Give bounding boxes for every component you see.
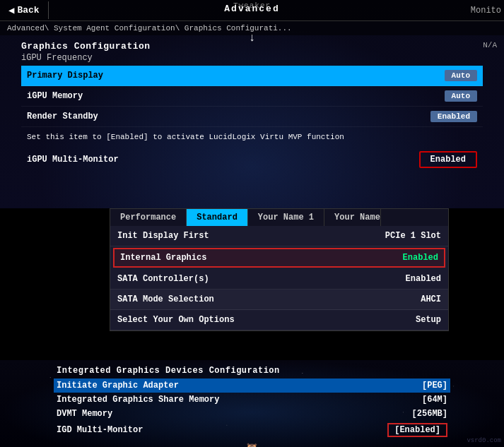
owl-icon: 🦉 bbox=[244, 443, 260, 447]
tab-your-name-1[interactable]: Your Name 1 bbox=[248, 209, 324, 226]
section-title-block: Graphics Configuration iGPU Frequency N/… bbox=[0, 35, 504, 66]
row-label-sata-mode: SATA Mode Selection bbox=[117, 294, 214, 304]
bottom-row-igd-multi[interactable]: IGD Multi-Monitor [Enabled] bbox=[57, 421, 447, 439]
table-row-sata-mode[interactable]: SATA Mode Selection AHCI bbox=[110, 290, 448, 310]
bottom-footer: 🦉 FROM THE EXPERTS! bbox=[0, 439, 504, 447]
top-bios-section: ◀ Back Tweaker Advanced Monito Advanced\… bbox=[0, 0, 504, 208]
monitor-label: Monito bbox=[471, 6, 504, 16]
row-value-init-display: PCIe 1 Slot bbox=[385, 231, 441, 241]
breadcrumb-text: Advanced\ System Agent Configuration\ Gr… bbox=[7, 24, 292, 32]
section-title: Graphics Configuration bbox=[21, 41, 483, 52]
menu-label-igpu-memory: iGPU Memory bbox=[27, 91, 83, 101]
section-subtitle: iGPU Frequency bbox=[21, 53, 483, 63]
bottom-label-share-memory: Integrated Graphics Share Memory bbox=[57, 395, 219, 405]
bottom-value-dvmt: [256MB] bbox=[412, 409, 447, 419]
bottom-value-share-memory: [64M] bbox=[422, 395, 447, 405]
bottom-row-initiate[interactable]: Initiate Graphic Adapter [PEG] bbox=[54, 379, 450, 393]
menu-value-igpu-memory: Auto bbox=[445, 90, 477, 102]
bottom-value-igd-multi: [Enabled] bbox=[387, 423, 447, 437]
menu-item-primary-display[interactable]: Primary Display Auto bbox=[21, 66, 483, 86]
menu-label-primary-display: Primary Display bbox=[27, 71, 103, 81]
watermark: vsrd0.com bbox=[467, 437, 501, 444]
row-label-select-options: Select Your Own Options bbox=[117, 315, 235, 325]
row-value-internal-graphics: Enabled bbox=[403, 253, 438, 263]
table-row-sata-controllers[interactable]: SATA Controller(s) Enabled bbox=[110, 269, 448, 290]
bottom-label-dvmt: DVMT Memory bbox=[57, 409, 112, 419]
breadcrumb: Advanced\ System Agent Configuration\ Gr… bbox=[0, 21, 504, 35]
description-text: Set this item to [Enabled] to activate L… bbox=[0, 127, 504, 147]
menu-container: Primary Display Auto iGPU Memory Auto Re… bbox=[0, 66, 504, 127]
bottom-rows: Initiate Graphic Adapter [PEG] Integrate… bbox=[0, 379, 504, 439]
table-row-select-options[interactable]: Select Your Own Options Setup bbox=[110, 310, 448, 330]
menu-value-primary-display: Auto bbox=[445, 70, 477, 81]
bottom-row-share-memory[interactable]: Integrated Graphics Share Memory [64M] bbox=[57, 393, 447, 407]
back-label: Back bbox=[17, 5, 39, 16]
tab-standard[interactable]: Standard bbox=[187, 209, 248, 226]
igpu-multi-value: Enabled bbox=[419, 151, 477, 168]
advanced-label: Advanced bbox=[224, 4, 279, 14]
row-value-select-options: Setup bbox=[416, 315, 441, 325]
row-label-init-display: Init Display First bbox=[117, 231, 209, 241]
table-row-init-display[interactable]: Init Display First PCIe 1 Slot bbox=[110, 226, 448, 246]
mid-panel: Performance Standard Your Name 1 Your Na… bbox=[110, 208, 449, 331]
tabs-row: Performance Standard Your Name 1 Your Na… bbox=[110, 209, 448, 226]
menu-value-render-standby: Enabled bbox=[430, 111, 477, 122]
row-value-sata-controllers: Enabled bbox=[406, 274, 441, 284]
header-bar: ◀ Back Tweaker Advanced Monito bbox=[0, 0, 504, 21]
row-value-sata-mode: AHCI bbox=[421, 294, 441, 304]
bottom-label-igd-multi: IGD Multi-Monitor bbox=[57, 425, 143, 435]
igpu-multi-row: iGPU Multi-Monitor Enabled bbox=[0, 147, 504, 172]
bottom-title: Integrated Graphics Devices Configuratio… bbox=[0, 360, 504, 379]
bottom-row-dvmt[interactable]: DVMT Memory [256MB] bbox=[57, 407, 447, 421]
menu-item-igpu-memory[interactable]: iGPU Memory Auto bbox=[21, 86, 483, 107]
na-label: N/A bbox=[483, 41, 497, 49]
igpu-multi-label: iGPU Multi-Monitor bbox=[27, 155, 119, 165]
bottom-label-initiate: Initiate Graphic Adapter bbox=[57, 381, 179, 391]
row-label-internal-graphics: Internal Graphics bbox=[120, 253, 206, 263]
menu-item-render-standby[interactable]: Render Standby Enabled bbox=[21, 107, 483, 127]
bottom-value-initiate: [PEG] bbox=[422, 381, 447, 391]
row-label-sata-controllers: SATA Controller(s) bbox=[117, 274, 209, 284]
bottom-section: Integrated Graphics Devices Configuratio… bbox=[0, 360, 504, 447]
tab-your-name[interactable]: Your Name bbox=[324, 209, 381, 226]
table-row-internal-graphics[interactable]: Internal Graphics Enabled bbox=[113, 248, 445, 268]
back-button[interactable]: ◀ Back bbox=[0, 1, 49, 19]
tab-performance[interactable]: Performance bbox=[110, 209, 187, 226]
back-arrow-icon: ◀ bbox=[8, 4, 14, 16]
menu-label-render-standby: Render Standby bbox=[27, 112, 98, 121]
